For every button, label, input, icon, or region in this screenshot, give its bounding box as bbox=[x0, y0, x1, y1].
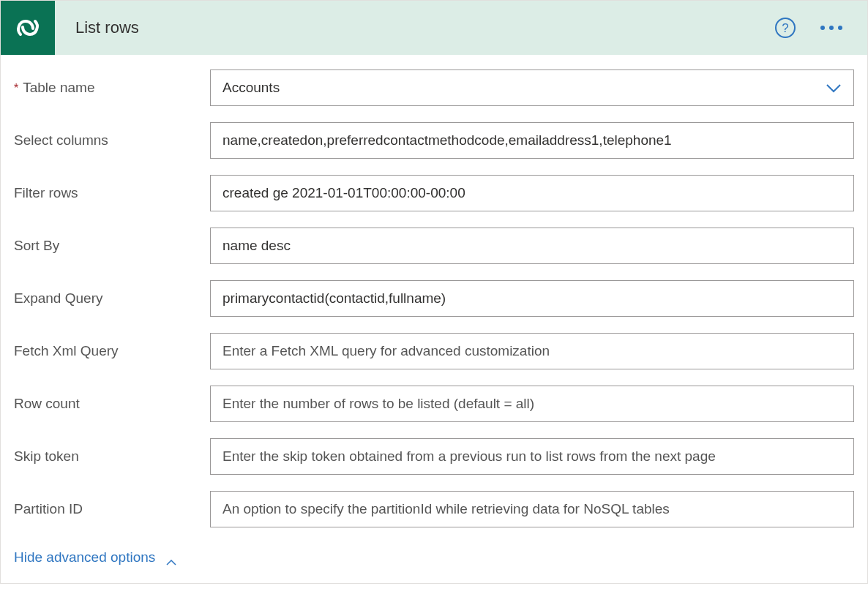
field-sort-by: Sort By bbox=[14, 228, 854, 264]
sort-by-input[interactable] bbox=[210, 228, 854, 264]
skip-token-input[interactable] bbox=[210, 438, 854, 475]
select-columns-input[interactable] bbox=[210, 122, 854, 159]
field-label-filter-rows: Filter rows bbox=[14, 185, 210, 201]
fetch-xml-input[interactable] bbox=[210, 333, 854, 369]
table-name-value: Accounts bbox=[222, 80, 280, 96]
field-skip-token: Skip token bbox=[14, 438, 854, 475]
field-label-table-name: *Table name bbox=[14, 80, 210, 96]
card-header-actions: ? bbox=[775, 18, 847, 38]
expand-query-input[interactable] bbox=[210, 280, 854, 317]
field-label-skip-token: Skip token bbox=[14, 448, 210, 465]
field-row-count: Row count bbox=[14, 386, 854, 422]
field-expand-query: Expand Query bbox=[14, 280, 854, 317]
filter-rows-input[interactable] bbox=[210, 175, 854, 211]
card-title: List rows bbox=[75, 18, 775, 37]
card-header: List rows ? bbox=[1, 1, 867, 55]
field-label-sort-by: Sort By bbox=[14, 238, 210, 254]
partition-id-input[interactable] bbox=[210, 491, 854, 527]
dataverse-brand-icon bbox=[1, 1, 55, 55]
field-label-fetch-xml: Fetch Xml Query bbox=[14, 343, 210, 359]
more-menu-icon[interactable] bbox=[816, 21, 847, 34]
field-label-partition-id: Partition ID bbox=[14, 501, 210, 517]
table-name-select[interactable]: Accounts bbox=[210, 69, 854, 106]
field-label-select-columns: Select columns bbox=[14, 132, 210, 149]
field-label-row-count: Row count bbox=[14, 396, 210, 412]
field-fetch-xml: Fetch Xml Query bbox=[14, 333, 854, 369]
field-select-columns: Select columns bbox=[14, 122, 854, 159]
row-count-input[interactable] bbox=[210, 386, 854, 422]
field-partition-id: Partition ID bbox=[14, 491, 854, 527]
hide-advanced-options-button[interactable]: Hide advanced options bbox=[14, 549, 177, 565]
help-icon[interactable]: ? bbox=[775, 18, 796, 38]
field-table-name: *Table name Accounts bbox=[14, 69, 854, 106]
hide-advanced-label: Hide advanced options bbox=[14, 549, 155, 565]
field-label-expand-query: Expand Query bbox=[14, 290, 210, 307]
card-body: *Table name Accounts Select columns Filt… bbox=[1, 55, 867, 583]
chevron-down-icon bbox=[826, 83, 842, 93]
chevron-up-icon bbox=[165, 554, 177, 561]
field-filter-rows: Filter rows bbox=[14, 175, 854, 211]
action-card: List rows ? *Table name Accounts bbox=[0, 0, 868, 584]
